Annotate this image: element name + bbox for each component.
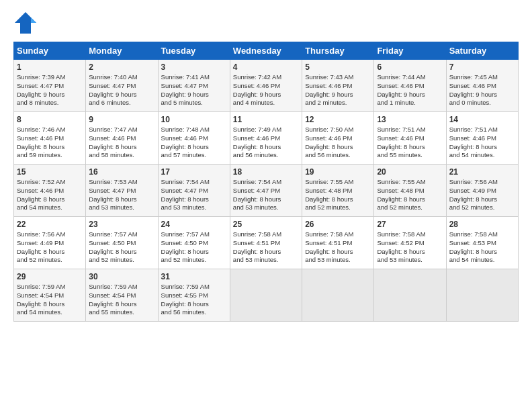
dow-friday: Friday: [374, 42, 446, 60]
calendar-cell: 30Sunrise: 7:59 AM Sunset: 4:54 PM Dayli…: [86, 269, 158, 322]
day-number: 12: [305, 115, 371, 124]
day-number: 22: [17, 220, 83, 229]
calendar-cell: 21Sunrise: 7:56 AM Sunset: 4:49 PM Dayli…: [446, 165, 518, 217]
week-row-1: 1Sunrise: 7:39 AM Sunset: 4:47 PM Daylig…: [14, 60, 519, 112]
day-number: 14: [449, 115, 515, 124]
calendar-cell: 22Sunrise: 7:56 AM Sunset: 4:49 PM Dayli…: [14, 217, 86, 269]
header: [13, 11, 519, 35]
calendar-cell: 4Sunrise: 7:42 AM Sunset: 4:46 PM Daylig…: [230, 60, 302, 112]
calendar-cell: 15Sunrise: 7:52 AM Sunset: 4:46 PM Dayli…: [14, 165, 86, 217]
day-number: 24: [161, 220, 227, 229]
day-number: 26: [305, 220, 371, 229]
calendar-cell: 16Sunrise: 7:53 AM Sunset: 4:47 PM Dayli…: [86, 165, 158, 217]
day-number: 17: [161, 167, 227, 177]
day-number: 7: [449, 62, 515, 72]
calendar-cell: 12Sunrise: 7:50 AM Sunset: 4:46 PM Dayli…: [302, 112, 374, 165]
calendar-cell: 8Sunrise: 7:46 AM Sunset: 4:46 PM Daylig…: [14, 112, 86, 165]
cell-info: Sunrise: 7:54 AM Sunset: 4:47 PM Dayligh…: [233, 178, 299, 212]
calendar-cell: 10Sunrise: 7:48 AM Sunset: 4:46 PM Dayli…: [158, 112, 230, 165]
calendar-cell: 9Sunrise: 7:47 AM Sunset: 4:46 PM Daylig…: [86, 112, 158, 165]
day-number: 27: [377, 220, 443, 229]
cell-info: Sunrise: 7:58 AM Sunset: 4:52 PM Dayligh…: [377, 230, 443, 265]
day-of-week-header: SundayMondayTuesdayWednesdayThursdayFrid…: [14, 42, 519, 60]
calendar-cell: 25Sunrise: 7:58 AM Sunset: 4:51 PM Dayli…: [230, 217, 302, 269]
calendar-cell: 2Sunrise: 7:40 AM Sunset: 4:47 PM Daylig…: [86, 60, 158, 112]
calendar-cell: 11Sunrise: 7:49 AM Sunset: 4:46 PM Dayli…: [230, 112, 302, 165]
dow-tuesday: Tuesday: [158, 42, 230, 60]
day-number: 21: [449, 167, 515, 177]
day-number: 23: [89, 220, 154, 229]
cell-info: Sunrise: 7:58 AM Sunset: 4:51 PM Dayligh…: [233, 230, 299, 265]
calendar-cell: [302, 269, 374, 322]
cell-info: Sunrise: 7:56 AM Sunset: 4:49 PM Dayligh…: [17, 230, 83, 265]
calendar-cell: 7Sunrise: 7:45 AM Sunset: 4:46 PM Daylig…: [446, 60, 518, 112]
calendar-cell: 13Sunrise: 7:51 AM Sunset: 4:46 PM Dayli…: [374, 112, 446, 165]
cell-info: Sunrise: 7:42 AM Sunset: 4:46 PM Dayligh…: [233, 73, 299, 107]
day-number: 8: [17, 115, 83, 124]
day-number: 30: [89, 272, 154, 281]
calendar-cell: 28Sunrise: 7:58 AM Sunset: 4:53 PM Dayli…: [446, 217, 518, 269]
week-row-3: 15Sunrise: 7:52 AM Sunset: 4:46 PM Dayli…: [14, 165, 519, 217]
day-number: 15: [17, 167, 83, 177]
calendar-cell: [374, 269, 446, 322]
dow-thursday: Thursday: [302, 42, 374, 60]
cell-info: Sunrise: 7:51 AM Sunset: 4:46 PM Dayligh…: [377, 126, 443, 160]
day-number: 6: [377, 62, 443, 72]
day-number: 31: [161, 272, 227, 281]
week-row-5: 29Sunrise: 7:59 AM Sunset: 4:54 PM Dayli…: [14, 269, 519, 322]
cell-info: Sunrise: 7:55 AM Sunset: 4:48 PM Dayligh…: [305, 178, 371, 212]
cell-info: Sunrise: 7:48 AM Sunset: 4:46 PM Dayligh…: [161, 126, 227, 160]
cell-info: Sunrise: 7:41 AM Sunset: 4:47 PM Dayligh…: [161, 73, 227, 107]
cell-info: Sunrise: 7:59 AM Sunset: 4:54 PM Dayligh…: [17, 283, 83, 317]
day-number: 20: [377, 167, 443, 177]
calendar-body: 1Sunrise: 7:39 AM Sunset: 4:47 PM Daylig…: [14, 60, 519, 322]
day-number: 3: [161, 62, 227, 72]
day-number: 11: [233, 115, 299, 124]
day-number: 25: [233, 220, 299, 229]
day-number: 4: [233, 62, 299, 72]
cell-info: Sunrise: 7:40 AM Sunset: 4:47 PM Dayligh…: [89, 73, 154, 107]
day-number: 29: [17, 272, 83, 281]
cell-info: Sunrise: 7:45 AM Sunset: 4:46 PM Dayligh…: [449, 73, 515, 107]
calendar-cell: [230, 269, 302, 322]
calendar-cell: 14Sunrise: 7:51 AM Sunset: 4:46 PM Dayli…: [446, 112, 518, 165]
cell-info: Sunrise: 7:55 AM Sunset: 4:48 PM Dayligh…: [377, 178, 443, 212]
week-row-2: 8Sunrise: 7:46 AM Sunset: 4:46 PM Daylig…: [14, 112, 519, 165]
cell-info: Sunrise: 7:59 AM Sunset: 4:54 PM Dayligh…: [89, 283, 154, 317]
day-number: 9: [89, 115, 154, 124]
day-number: 18: [233, 167, 299, 177]
dow-saturday: Saturday: [446, 42, 518, 60]
cell-info: Sunrise: 7:47 AM Sunset: 4:46 PM Dayligh…: [89, 126, 154, 160]
cell-info: Sunrise: 7:43 AM Sunset: 4:46 PM Dayligh…: [305, 73, 371, 107]
calendar-cell: 24Sunrise: 7:57 AM Sunset: 4:50 PM Dayli…: [158, 217, 230, 269]
day-number: 13: [377, 115, 443, 124]
cell-info: Sunrise: 7:59 AM Sunset: 4:55 PM Dayligh…: [161, 283, 227, 317]
logo: [13, 11, 40, 35]
cell-info: Sunrise: 7:46 AM Sunset: 4:46 PM Dayligh…: [17, 126, 83, 160]
calendar-cell: [446, 269, 518, 322]
cell-info: Sunrise: 7:57 AM Sunset: 4:50 PM Dayligh…: [89, 230, 154, 265]
day-number: 2: [89, 62, 154, 72]
calendar-table: SundayMondayTuesdayWednesdayThursdayFrid…: [13, 42, 519, 322]
page: SundayMondayTuesdayWednesdayThursdayFrid…: [0, 0, 532, 328]
cell-info: Sunrise: 7:58 AM Sunset: 4:51 PM Dayligh…: [305, 230, 371, 265]
calendar-cell: 27Sunrise: 7:58 AM Sunset: 4:52 PM Dayli…: [374, 217, 446, 269]
calendar-cell: 5Sunrise: 7:43 AM Sunset: 4:46 PM Daylig…: [302, 60, 374, 112]
cell-info: Sunrise: 7:57 AM Sunset: 4:50 PM Dayligh…: [161, 230, 227, 265]
day-number: 10: [161, 115, 227, 124]
cell-info: Sunrise: 7:50 AM Sunset: 4:46 PM Dayligh…: [305, 126, 371, 160]
week-row-4: 22Sunrise: 7:56 AM Sunset: 4:49 PM Dayli…: [14, 217, 519, 269]
calendar-cell: 31Sunrise: 7:59 AM Sunset: 4:55 PM Dayli…: [158, 269, 230, 322]
dow-wednesday: Wednesday: [230, 42, 302, 60]
cell-info: Sunrise: 7:51 AM Sunset: 4:46 PM Dayligh…: [449, 126, 515, 160]
day-number: 28: [449, 220, 515, 229]
calendar-cell: 20Sunrise: 7:55 AM Sunset: 4:48 PM Dayli…: [374, 165, 446, 217]
day-number: 1: [17, 62, 83, 72]
cell-info: Sunrise: 7:52 AM Sunset: 4:46 PM Dayligh…: [17, 178, 83, 212]
calendar-cell: 17Sunrise: 7:54 AM Sunset: 4:47 PM Dayli…: [158, 165, 230, 217]
logo-icon: [13, 11, 38, 35]
calendar-cell: 1Sunrise: 7:39 AM Sunset: 4:47 PM Daylig…: [14, 60, 86, 112]
dow-sunday: Sunday: [14, 42, 86, 60]
cell-info: Sunrise: 7:54 AM Sunset: 4:47 PM Dayligh…: [161, 178, 227, 212]
day-number: 5: [305, 62, 371, 72]
